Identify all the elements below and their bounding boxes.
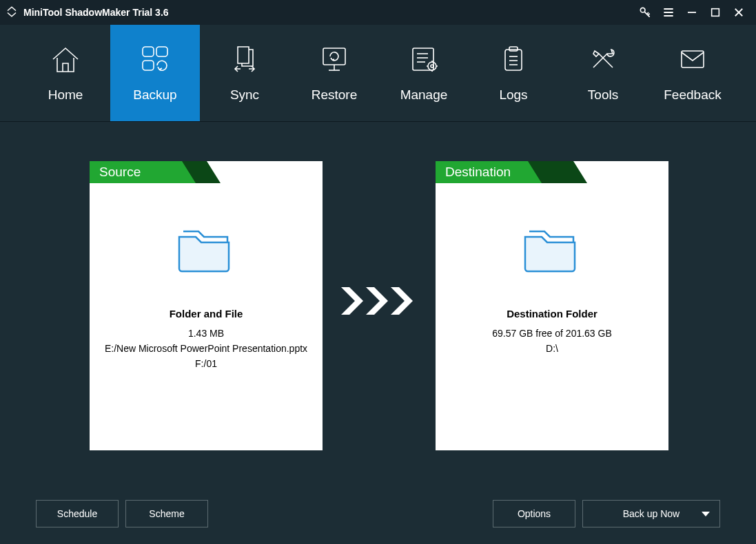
svg-rect-11 <box>323 48 345 65</box>
nav-backup-label: Backup <box>133 87 176 103</box>
nav-sync[interactable]: Sync <box>200 25 289 121</box>
restore-icon <box>318 44 351 78</box>
menu-icon[interactable] <box>657 0 680 25</box>
source-panel[interactable]: Source Folder and File 1.43 MB E:/New Mi… <box>90 161 323 450</box>
schedule-button[interactable]: Schedule <box>36 500 119 527</box>
feedback-icon <box>676 44 709 78</box>
destination-panel[interactable]: Destination Destination Folder 69.57 GB … <box>436 161 668 450</box>
nav-restore[interactable]: Restore <box>289 25 379 121</box>
dest-title: Destination Folder <box>507 308 597 320</box>
chevron-down-icon <box>702 508 710 519</box>
nav-manage-label: Manage <box>400 87 448 103</box>
nav-restore-label: Restore <box>311 87 358 103</box>
options-label: Options <box>518 508 551 519</box>
app-title: MiniTool ShadowMaker Trial 3.6 <box>23 7 169 18</box>
nav-tools[interactable]: Tools <box>558 25 648 121</box>
footer-bar: Schedule Scheme Options Back up Now <box>0 483 756 544</box>
dest-free: 69.57 GB free of 201.63 GB <box>492 328 612 339</box>
logs-icon <box>497 44 530 78</box>
source-body: Folder and File 1.43 MB E:/New Microsoft… <box>90 183 323 450</box>
svg-point-18 <box>428 62 436 70</box>
close-button[interactable] <box>727 0 750 25</box>
scheme-label: Scheme <box>149 508 184 519</box>
dest-tab: Destination <box>436 161 542 183</box>
arrows-icon <box>341 287 417 315</box>
nav-backup[interactable]: Backup <box>110 25 200 121</box>
minimize-button[interactable] <box>680 0 704 25</box>
main-area: Source Folder and File 1.43 MB E:/New Mi… <box>0 122 756 483</box>
maximize-button[interactable] <box>704 0 727 25</box>
svg-rect-9 <box>156 47 167 56</box>
app-logo-title: MiniTool ShadowMaker Trial 3.6 <box>6 6 169 20</box>
nav-feedback-label: Feedback <box>664 87 721 103</box>
svg-rect-5 <box>712 9 719 17</box>
svg-point-0 <box>640 8 645 12</box>
nav-manage[interactable]: Manage <box>379 25 469 121</box>
svg-rect-8 <box>143 47 154 56</box>
svg-rect-10 <box>143 61 154 70</box>
nav-logs-label: Logs <box>499 87 527 103</box>
backup-now-button[interactable]: Back up Now <box>582 500 720 527</box>
backup-now-label: Back up Now <box>623 508 680 519</box>
schedule-label: Schedule <box>57 508 97 519</box>
scheme-button[interactable]: Scheme <box>125 500 208 527</box>
svg-rect-29 <box>682 51 704 67</box>
sync-icon <box>228 44 261 78</box>
title-bar: MiniTool ShadowMaker Trial 3.6 <box>0 0 756 25</box>
svg-rect-24 <box>505 50 522 70</box>
source-title: Folder and File <box>170 308 243 320</box>
options-button[interactable]: Options <box>493 500 575 527</box>
nav-home[interactable]: Home <box>21 25 110 121</box>
nav-feedback[interactable]: Feedback <box>648 25 737 121</box>
source-path1: E:/New Microsoft PowerPoint Presentation… <box>105 343 307 354</box>
dest-body: Destination Folder 69.57 GB free of 201.… <box>436 183 668 450</box>
app-logo-icon <box>6 6 18 20</box>
svg-point-19 <box>431 65 433 67</box>
folder-icon <box>175 224 237 276</box>
source-tab: Source <box>90 161 196 183</box>
source-size: 1.43 MB <box>188 328 224 339</box>
tools-icon <box>586 44 620 78</box>
nav-sync-label: Sync <box>230 87 259 103</box>
home-icon <box>49 44 82 78</box>
manage-icon <box>407 44 440 78</box>
dest-tab-label: Destination <box>445 165 511 180</box>
key-icon[interactable] <box>633 0 657 25</box>
nav-logs[interactable]: Logs <box>469 25 558 121</box>
svg-rect-25 <box>509 47 518 51</box>
source-tab-label: Source <box>99 165 141 180</box>
dest-path: D:\ <box>546 343 558 354</box>
source-path2: F:/01 <box>195 358 217 369</box>
nav-home-label: Home <box>48 87 83 103</box>
main-nav: Home Backup Sync <box>0 25 756 122</box>
folder-icon <box>521 224 583 276</box>
nav-tools-label: Tools <box>588 87 618 103</box>
backup-icon <box>139 44 172 78</box>
